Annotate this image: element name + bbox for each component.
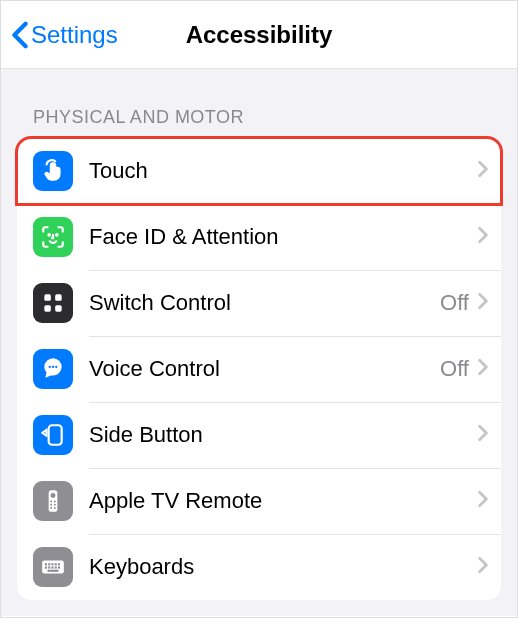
navigation-bar: Settings Accessibility <box>1 1 517 69</box>
svg-rect-4 <box>44 305 51 312</box>
svg-rect-2 <box>44 294 51 301</box>
row-apple-tv-remote[interactable]: Apple TV Remote <box>17 468 501 534</box>
row-status: Off <box>440 290 469 316</box>
row-voice-control[interactable]: Voice Control Off <box>17 336 501 402</box>
svg-point-0 <box>48 234 50 236</box>
svg-rect-27 <box>55 566 57 568</box>
svg-rect-19 <box>45 563 47 565</box>
chevron-left-icon <box>11 21 29 49</box>
back-button[interactable]: Settings <box>11 21 118 49</box>
row-label: Side Button <box>89 422 477 448</box>
svg-rect-25 <box>48 566 50 568</box>
svg-rect-24 <box>45 566 47 568</box>
chevron-right-icon <box>477 160 489 182</box>
row-label: Keyboards <box>89 554 477 580</box>
section-header: PHYSICAL AND MOTOR <box>1 69 517 138</box>
row-label: Face ID & Attention <box>89 224 477 250</box>
apple-tv-remote-icon <box>33 481 73 521</box>
svg-point-8 <box>55 366 57 368</box>
svg-point-6 <box>49 366 51 368</box>
svg-rect-22 <box>55 563 57 565</box>
svg-rect-5 <box>55 305 61 312</box>
svg-rect-9 <box>49 425 62 445</box>
svg-rect-21 <box>51 563 53 565</box>
page-title: Accessibility <box>186 21 333 49</box>
voice-control-icon <box>33 349 73 389</box>
switch-control-icon <box>33 283 73 323</box>
row-label: Voice Control <box>89 356 440 382</box>
row-label: Switch Control <box>89 290 440 316</box>
svg-point-13 <box>54 501 56 503</box>
svg-rect-23 <box>58 563 60 565</box>
row-face-id[interactable]: Face ID & Attention <box>17 204 501 270</box>
chevron-right-icon <box>477 490 489 512</box>
settings-list: Touch Face ID & Attention Switch Control… <box>1 138 517 616</box>
row-status: Off <box>440 356 469 382</box>
svg-point-11 <box>51 493 56 498</box>
keyboards-icon <box>33 547 73 587</box>
svg-point-15 <box>54 504 56 506</box>
row-touch[interactable]: Touch <box>17 138 501 204</box>
svg-rect-28 <box>58 566 60 568</box>
row-keyboards[interactable]: Keyboards <box>17 534 501 600</box>
row-side-button[interactable]: Side Button <box>17 402 501 468</box>
row-switch-control[interactable]: Switch Control Off <box>17 270 501 336</box>
chevron-right-icon <box>477 292 489 314</box>
row-label: Touch <box>89 158 477 184</box>
svg-point-12 <box>50 501 52 503</box>
chevron-right-icon <box>477 556 489 578</box>
face-id-icon <box>33 217 73 257</box>
row-label: Apple TV Remote <box>89 488 477 514</box>
side-button-icon <box>33 415 73 455</box>
svg-point-1 <box>56 234 58 236</box>
chevron-right-icon <box>477 358 489 380</box>
svg-point-14 <box>50 504 52 506</box>
svg-point-7 <box>52 366 54 368</box>
chevron-right-icon <box>477 424 489 446</box>
svg-point-16 <box>50 507 52 509</box>
svg-point-17 <box>54 507 56 509</box>
touch-icon <box>33 151 73 191</box>
svg-rect-29 <box>48 570 59 572</box>
svg-rect-20 <box>48 563 50 565</box>
back-label: Settings <box>31 21 118 49</box>
svg-rect-26 <box>51 566 53 568</box>
svg-rect-3 <box>55 294 61 301</box>
chevron-right-icon <box>477 226 489 248</box>
